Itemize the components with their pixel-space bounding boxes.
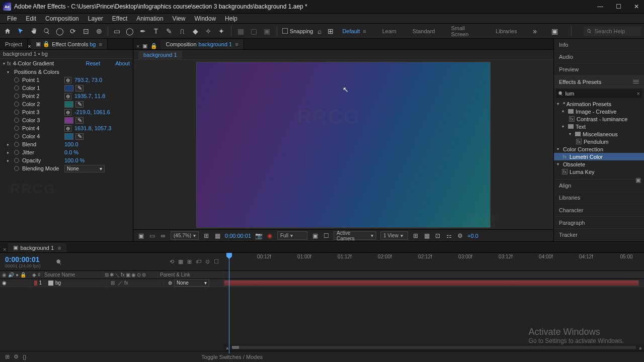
menu-layer[interactable]: Layer: [84, 14, 107, 23]
viewer-ic[interactable]: ⊞: [412, 232, 419, 239]
menu-effect[interactable]: Effect: [108, 14, 131, 23]
tl-ic[interactable]: ⊙: [205, 258, 210, 265]
zoom-tool-icon[interactable]: [42, 27, 51, 36]
workspace-reset-icon[interactable]: ▣: [551, 27, 559, 36]
prop-value[interactable]: 1631.8, 1057.3: [74, 125, 111, 131]
search-help-box[interactable]: [584, 26, 641, 36]
blending-mode-dropdown[interactable]: None▾: [64, 165, 105, 172]
playhead[interactable]: [229, 253, 229, 353]
tl-ic[interactable]: ☐: [214, 258, 219, 265]
prop-value[interactable]: 100.0: [64, 141, 78, 147]
effects-search-input[interactable]: [566, 90, 635, 97]
roto-brush-tool-icon[interactable]: ✧: [204, 27, 213, 36]
stopwatch-icon[interactable]: [14, 94, 19, 99]
crosshair-icon[interactable]: ⊕: [64, 93, 71, 100]
home-icon[interactable]: [3, 27, 12, 36]
viewer-ic[interactable]: ∞: [159, 232, 167, 239]
viewer-ic[interactable]: ⚙: [456, 232, 463, 239]
prop-value[interactable]: 100.0 %: [64, 157, 85, 163]
eyedropper-icon[interactable]: ✎: [75, 117, 84, 124]
viewer-time[interactable]: 0:00:00:01: [225, 233, 251, 239]
zoom-dropdown[interactable]: (45.7%)▾: [171, 231, 199, 240]
viewer-ic[interactable]: ⚏: [445, 232, 452, 239]
camera-dropdown[interactable]: Active Camera▾: [334, 231, 376, 240]
prop-value[interactable]: 793.2, 73.0: [74, 77, 102, 83]
prop-value[interactable]: 0.0 %: [64, 149, 78, 155]
tab-composition[interactable]: Composition background 1 ≡: [160, 39, 244, 49]
snap-option2-icon[interactable]: ⊞: [326, 27, 335, 36]
close-button[interactable]: ✕: [632, 3, 641, 10]
hand-tool-icon[interactable]: [29, 27, 38, 36]
panel-libraries[interactable]: Libraries: [554, 192, 644, 205]
parent-dropdown[interactable]: None▾: [174, 279, 209, 287]
prop-value[interactable]: -219.0, 1061.6: [74, 109, 110, 115]
panel-tracker[interactable]: Tracker: [554, 229, 644, 241]
viewer-ic[interactable]: ▣: [137, 232, 144, 239]
viewer-ic[interactable]: ▭: [148, 232, 155, 239]
tl-ic[interactable]: ⚙: [14, 353, 19, 360]
disclosure-icon[interactable]: ▾: [7, 70, 11, 74]
tree-item[interactable]: ▾Image - Creative: [554, 108, 644, 115]
ellipse-tool-icon[interactable]: ◯: [125, 27, 134, 36]
workspace-default[interactable]: Default≡: [340, 27, 368, 35]
channel-icon[interactable]: ◉: [266, 232, 273, 239]
composition-viewer[interactable]: ↖: [133, 60, 553, 229]
tab-effect-controls[interactable]: ▣ 🔒 Effect Controls bg ≡: [31, 39, 108, 49]
snapping-checkbox[interactable]: [282, 28, 288, 34]
stopwatch-icon[interactable]: [14, 166, 19, 171]
pan-behind-tool-icon[interactable]: ⊚: [95, 27, 104, 36]
minimize-button[interactable]: —: [596, 3, 605, 10]
tl-ic[interactable]: ▦: [178, 258, 183, 265]
pickwhip-icon[interactable]: ⊚: [168, 280, 172, 286]
viewer-ic[interactable]: ▦: [214, 232, 221, 239]
stopwatch-icon[interactable]: [14, 110, 19, 115]
new-bin-icon[interactable]: ▣: [635, 176, 641, 179]
color-swatch[interactable]: [64, 133, 73, 140]
tree-item[interactable]: ▾Miscellaneous: [554, 130, 644, 138]
panel-info[interactable]: Info: [554, 39, 644, 51]
effects-search[interactable]: ×: [556, 89, 642, 98]
visibility-toggle[interactable]: ◉: [2, 280, 7, 286]
disclosure-icon[interactable]: ▸: [7, 150, 11, 155]
eyedropper-icon[interactable]: ✎: [75, 101, 84, 108]
menu-help[interactable]: Help: [221, 14, 242, 23]
crosshair-icon[interactable]: ⊕: [64, 77, 71, 83]
tree-item[interactable]: ▾Text: [554, 123, 644, 130]
workspace-learn[interactable]: Learn: [380, 27, 398, 35]
tl-ic[interactable]: 🏷: [196, 258, 201, 265]
tree-item[interactable]: fxLuma Key: [554, 168, 644, 175]
eyedropper-icon[interactable]: ✎: [75, 133, 84, 140]
panel-align[interactable]: Align: [554, 179, 644, 192]
workspace-overflow-icon[interactable]: »: [531, 27, 539, 36]
prop-value[interactable]: 1935.7, 11.8: [74, 93, 105, 99]
maximize-button[interactable]: ☐: [614, 3, 623, 10]
brush-tool-icon[interactable]: ✎: [165, 27, 174, 36]
color-swatch[interactable]: [64, 85, 73, 92]
menu-window[interactable]: Window: [190, 14, 220, 23]
exposure-value[interactable]: +0.0: [467, 233, 478, 239]
orbit-tool-icon[interactable]: ◯: [55, 27, 64, 36]
reset-link[interactable]: Reset: [86, 60, 101, 66]
tl-ic[interactable]: {}: [23, 354, 26, 360]
time-ruler[interactable]: 00:12f 01:00f 01:12f 02:00f 02:12f 03:00…: [224, 253, 644, 271]
menu-composition[interactable]: Composition: [41, 14, 83, 23]
rectangle-tool-icon[interactable]: ▭: [112, 27, 121, 36]
workspace-standard[interactable]: Standard: [411, 27, 437, 35]
viewer-ic[interactable]: ▦: [423, 232, 430, 239]
tree-item[interactable]: fxContrast - luminance: [554, 115, 644, 123]
rotate-tool-icon[interactable]: ⟳: [68, 27, 77, 36]
layer-row[interactable]: ◉ 1 bg ⊞／fx ⊚ None▾: [0, 279, 644, 287]
search-help-input[interactable]: [595, 28, 638, 34]
tl-ic[interactable]: ⟲: [170, 258, 174, 265]
about-link[interactable]: About: [115, 60, 130, 66]
selection-tool-icon[interactable]: [16, 27, 25, 36]
color-swatch[interactable]: [64, 101, 73, 108]
comp-subtab[interactable]: background 1: [138, 51, 182, 59]
menu-file[interactable]: File: [3, 14, 21, 23]
viewer-ic[interactable]: ⊡: [434, 232, 441, 239]
eyedropper-icon[interactable]: ✎: [75, 85, 84, 92]
tree-item[interactable]: ▾Obsolete: [554, 160, 644, 168]
resolution-dropdown[interactable]: Full▾: [277, 231, 307, 240]
composition-canvas[interactable]: ↖: [196, 62, 491, 228]
menu-animation[interactable]: Animation: [132, 14, 167, 23]
